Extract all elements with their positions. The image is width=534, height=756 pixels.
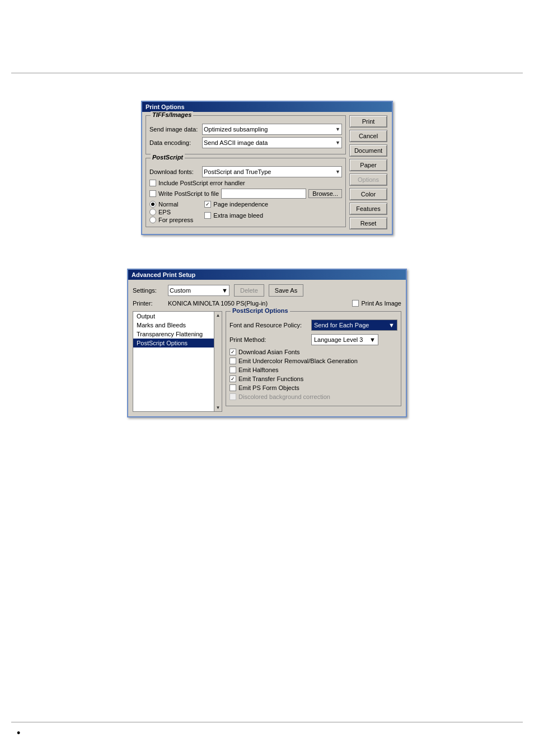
normal-radio-row: Normal — [149, 201, 193, 208]
normal-radio-label: Normal — [158, 201, 178, 208]
print-as-image-checkbox[interactable] — [352, 300, 359, 307]
include-ps-error-handler-checkbox[interactable] — [149, 180, 156, 186]
advanced-title: Advanced Print Setup — [132, 271, 195, 278]
print-options-title: Print Options — [146, 104, 185, 110]
advanced-titlebar: Advanced Print Setup — [128, 270, 406, 280]
font-resource-arrow: ▼ — [388, 322, 395, 328]
for-prepress-radio[interactable] — [149, 217, 156, 223]
adv-list-item-transparency[interactable]: Transparency Flattening — [133, 330, 222, 339]
delete-button[interactable]: Delete — [234, 284, 264, 297]
print-method-label: Print Method: — [229, 336, 308, 343]
output-label: Output — [137, 313, 155, 320]
adv-right-panel: PostScript Options Font and Resource Pol… — [226, 311, 401, 412]
settings-arrow: ▼ — [222, 287, 228, 294]
download-fonts-label: Download fonts: — [149, 168, 200, 175]
data-encoding-row: Data encoding: Send ASCII image data ▼ — [149, 137, 342, 148]
cancel-button[interactable]: Cancel — [349, 130, 387, 142]
download-asian-fonts-checkbox[interactable] — [229, 349, 236, 355]
emit-ps-form-checkbox[interactable] — [229, 384, 236, 391]
download-fonts-row: Download fonts: PostScript and TrueType … — [149, 166, 342, 177]
ps-options-title: PostScript Options — [231, 307, 290, 314]
color-button[interactable]: Color — [349, 188, 387, 200]
emit-undercolor-label: Emit Undercolor Removal/Black Generation — [238, 358, 358, 364]
transparency-label: Transparency Flattening — [137, 331, 203, 337]
tiffs-images-title: TIFFs/Images — [151, 111, 193, 118]
emit-transfer-checkbox[interactable] — [229, 375, 236, 382]
page-independence-checkbox[interactable] — [204, 201, 211, 208]
tiffs-images-groupbox: TIFFs/Images Send image data: Optimized … — [146, 115, 346, 154]
radio-group: Normal EPS For prepress — [149, 201, 193, 223]
print-method-value: Language Level 3 — [314, 336, 363, 343]
data-encoding-select[interactable]: Send ASCII image data ▼ — [202, 137, 342, 148]
download-asian-fonts-row: Download Asian Fonts — [229, 349, 397, 355]
emit-undercolor-row: Emit Undercolor Removal/Black Generation — [229, 358, 397, 364]
send-image-data-select[interactable]: Optimized subsampling ▼ — [202, 124, 342, 135]
send-image-data-arrow: ▼ — [335, 126, 340, 132]
ps-options-group: PostScript Options Font and Resource Pol… — [226, 311, 401, 406]
save-as-button[interactable]: Save As — [269, 284, 303, 297]
adv-content-area: Output Marks and Bleeds Transparency Fla… — [133, 311, 401, 412]
print-method-arrow: ▼ — [369, 336, 376, 343]
scroll-up-arrow[interactable]: ▲ — [214, 312, 222, 319]
send-image-data-value: Optimized subsampling — [204, 126, 268, 133]
bottom-options: Normal EPS For prepress — [149, 201, 342, 223]
reset-button[interactable]: Reset — [349, 217, 387, 229]
advanced-print-setup-dialog: Advanced Print Setup Settings: Custom ▼ … — [127, 269, 407, 417]
adv-list-item-output[interactable]: Output — [133, 312, 222, 321]
emit-transfer-row: Emit Transfer Functions — [229, 375, 397, 382]
extra-image-bleed-checkbox[interactable] — [204, 212, 211, 219]
postscript-title: PostScript — [151, 154, 185, 161]
print-button[interactable]: Print — [349, 115, 387, 128]
paper-button[interactable]: Paper — [349, 159, 387, 171]
print-method-select[interactable]: Language Level 3 ▼ — [311, 334, 378, 345]
page-independence-row: Page independence — [204, 201, 268, 208]
adv-list-item-postscript[interactable]: PostScript Options — [133, 339, 222, 348]
write-ps-row: Write PostScript to file Browse... — [149, 189, 342, 199]
options-button[interactable]: Options — [349, 173, 387, 186]
data-encoding-arrow: ▼ — [335, 140, 340, 145]
extra-image-bleed-label: Extra image bleed — [213, 212, 263, 219]
page-container: • Print Options TIFFs/Images Send image … — [0, 0, 534, 756]
printer-label: Printer: — [133, 300, 163, 307]
print-method-row: Print Method: Language Level 3 ▼ — [229, 334, 397, 345]
discolored-bg-row: Discolored background correction — [229, 393, 397, 400]
print-options-titlebar: Print Options — [142, 102, 392, 112]
normal-radio[interactable] — [149, 201, 156, 208]
extra-image-bleed-row: Extra image bleed — [204, 212, 268, 219]
settings-row: Settings: Custom ▼ Delete Save As — [133, 284, 401, 297]
for-prepress-radio-label: For prepress — [158, 217, 193, 223]
print-options-body: TIFFs/Images Send image data: Optimized … — [142, 112, 392, 234]
bottom-divider — [11, 722, 523, 722]
print-as-image-label: Print As Image — [361, 300, 401, 307]
printer-value: KONICA MINOLTA 1050 PS(Plug-in) — [168, 300, 268, 307]
download-asian-fonts-label: Download Asian Fonts — [238, 349, 299, 355]
print-options-sidebar: Print Cancel Document Paper Options Colo… — [349, 115, 388, 231]
settings-select[interactable]: Custom ▼ — [168, 285, 229, 296]
download-fonts-value: PostScript and TrueType — [204, 168, 271, 175]
adv-list-item-marks[interactable]: Marks and Bleeds — [133, 321, 222, 330]
font-resource-policy-select[interactable]: Send for Each Page ▼ — [311, 320, 397, 331]
write-ps-input[interactable] — [221, 189, 306, 199]
top-divider — [11, 73, 523, 73]
download-fonts-select[interactable]: PostScript and TrueType ▼ — [202, 166, 342, 177]
right-checkboxes: Page independence Extra image bleed — [204, 201, 268, 223]
print-options-dialog: Print Options TIFFs/Images Send image da… — [141, 101, 393, 235]
document-button[interactable]: Document — [349, 144, 387, 157]
font-resource-policy-value: Send for Each Page — [314, 322, 369, 328]
emit-halftones-checkbox[interactable] — [229, 367, 236, 373]
eps-radio-label: EPS — [158, 209, 171, 215]
emit-ps-form-row: Emit PS Form Objects — [229, 384, 397, 391]
write-ps-checkbox[interactable] — [149, 190, 156, 197]
write-ps-label: Write PostScript to file — [158, 190, 219, 197]
page-independence-label: Page independence — [213, 201, 268, 208]
emit-halftones-label: Emit Halftones — [238, 367, 279, 373]
emit-undercolor-checkbox[interactable] — [229, 358, 236, 364]
scroll-down-arrow[interactable]: ▼ — [214, 404, 222, 411]
eps-radio-row: EPS — [149, 209, 193, 215]
advanced-body: Settings: Custom ▼ Delete Save As Printe… — [128, 280, 406, 416]
features-button[interactable]: Features — [349, 203, 387, 215]
emit-halftones-row: Emit Halftones — [229, 367, 397, 373]
browse-button[interactable]: Browse... — [308, 189, 342, 198]
eps-radio[interactable] — [149, 209, 156, 215]
discolored-bg-label: Discolored background correction — [238, 393, 330, 400]
